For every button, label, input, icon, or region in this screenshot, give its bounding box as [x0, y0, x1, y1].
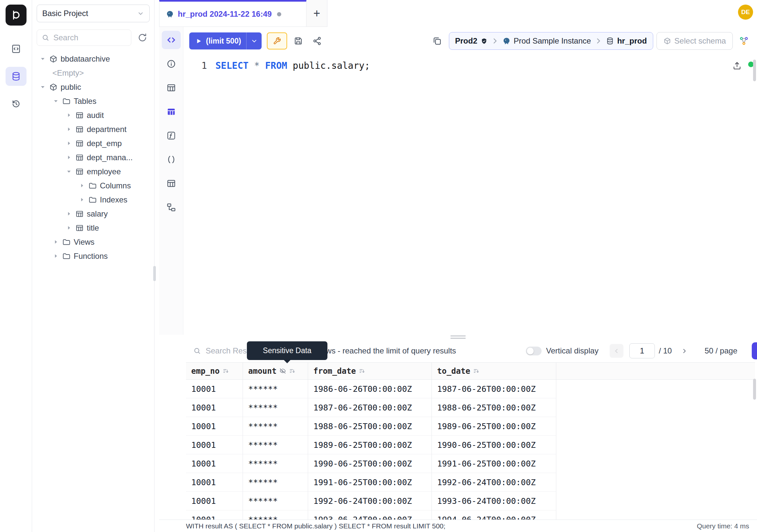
- table-cell[interactable]: 1990-06-25T00:00:00Z: [308, 454, 432, 473]
- table-cell[interactable]: 10001: [186, 492, 243, 510]
- table-row[interactable]: 10001******1988-06-25T00:00:00Z1989-06-2…: [186, 417, 755, 436]
- sort-icon[interactable]: [358, 367, 365, 374]
- table-cell[interactable]: 1990-06-25T00:00:00Z: [432, 436, 556, 454]
- format-sql-button[interactable]: [429, 33, 445, 49]
- table-cell[interactable]: 10001: [186, 398, 243, 417]
- table-cell[interactable]: 1988-06-25T00:00:00Z: [308, 417, 432, 436]
- panel-resizer[interactable]: [159, 335, 757, 339]
- tree-item-views[interactable]: Views: [37, 235, 150, 249]
- tree-item-columns[interactable]: Columns: [37, 178, 150, 193]
- tree-item-dept-emp[interactable]: dept_emp: [37, 136, 150, 150]
- avatar[interactable]: DE: [738, 5, 753, 20]
- table-cell[interactable]: 1989-06-25T00:00:00Z: [308, 436, 432, 454]
- next-page-button[interactable]: [678, 344, 691, 358]
- table-row[interactable]: 10001******1987-06-26T00:00:00Z1988-06-2…: [186, 398, 755, 417]
- table-row[interactable]: 10001******1992-06-24T00:00:00Z1993-06-2…: [186, 492, 755, 510]
- table-cell[interactable]: 1987-06-26T00:00:00Z: [432, 380, 556, 398]
- results-scrollbar[interactable]: [753, 379, 756, 400]
- export-button-partial[interactable]: [752, 342, 757, 360]
- refresh-button[interactable]: [135, 30, 150, 45]
- tree-item-indexes[interactable]: Indexes: [37, 193, 150, 207]
- table-cell[interactable]: 1992-06-24T00:00:00Z: [308, 492, 432, 510]
- tree-item-functions[interactable]: Functions: [37, 249, 150, 263]
- sql-editor[interactable]: 1 SELECT * FROM public.salary;: [183, 55, 757, 335]
- run-query-button[interactable]: (limit 500): [189, 32, 261, 49]
- column-header-from-date[interactable]: from_date: [308, 363, 432, 379]
- rail-history-button[interactable]: [6, 94, 26, 113]
- column-header-to-date[interactable]: to_date: [432, 363, 556, 379]
- column-header-amount[interactable]: amount: [243, 363, 308, 379]
- add-tab-button[interactable]: +: [307, 0, 327, 27]
- table-cell[interactable]: 10001: [186, 436, 243, 454]
- save-button[interactable]: [290, 33, 306, 49]
- column-header-emp-no[interactable]: emp_no: [186, 363, 243, 379]
- editor-scrollbar[interactable]: [753, 60, 756, 81]
- database-label[interactable]: hr_prod: [617, 36, 647, 46]
- tab-hr-prod[interactable]: hr_prod 2024-11-22 16:49: [159, 0, 307, 27]
- sidebar-search-box[interactable]: [37, 29, 131, 46]
- table-cell[interactable]: 10001: [186, 473, 243, 492]
- tree-item-bbdataarchive[interactable]: bbdataarchive: [37, 52, 150, 66]
- table-cell[interactable]: 1988-06-25T00:00:00Z: [432, 398, 556, 417]
- table-cell[interactable]: ******: [243, 473, 308, 492]
- tree-item-title[interactable]: title: [37, 221, 150, 235]
- worksheet-panel-button[interactable]: [162, 31, 181, 49]
- select-schema-button[interactable]: Select schema: [656, 32, 733, 50]
- table-cell[interactable]: ******: [243, 417, 308, 436]
- table-cell[interactable]: 1987-06-26T00:00:00Z: [308, 398, 432, 417]
- tree-item-empty[interactable]: <Empty>: [37, 66, 150, 80]
- tree-item-employee[interactable]: employee: [37, 165, 150, 178]
- sidebar-resize-handle[interactable]: [153, 266, 156, 281]
- sort-icon[interactable]: [222, 367, 229, 374]
- table-cell[interactable]: 1986-06-26T00:00:00Z: [308, 380, 432, 398]
- table-cell[interactable]: 1993-06-24T00:00:00Z: [432, 492, 556, 510]
- table-cell[interactable]: ******: [243, 492, 308, 510]
- table-cell[interactable]: 1991-06-25T00:00:00Z: [308, 473, 432, 492]
- table-row[interactable]: 10001******1986-06-26T00:00:00Z1987-06-2…: [186, 380, 755, 398]
- sensitive-tables-panel-button[interactable]: [162, 103, 181, 121]
- table-cell[interactable]: 10001: [186, 417, 243, 436]
- environment-label[interactable]: Prod2: [455, 36, 477, 46]
- table-cell[interactable]: 1989-06-25T00:00:00Z: [432, 417, 556, 436]
- table-cell[interactable]: ******: [243, 436, 308, 454]
- table-cell[interactable]: 1993-06-24T00:00:00Z: [308, 510, 432, 519]
- tree-item-public[interactable]: public: [37, 80, 150, 94]
- table-list-panel-button[interactable]: [162, 174, 181, 193]
- table-cell[interactable]: ******: [243, 380, 308, 398]
- run-options-caret[interactable]: [247, 32, 261, 49]
- tree-item-salary[interactable]: salary: [37, 207, 150, 221]
- table-row[interactable]: 10001******1989-06-25T00:00:00Z1990-06-2…: [186, 436, 755, 454]
- eye-off-icon[interactable]: [279, 367, 286, 374]
- table-cell[interactable]: 10001: [186, 510, 243, 519]
- info-panel-button[interactable]: [162, 55, 181, 73]
- tree-item-department[interactable]: department: [37, 122, 150, 136]
- page-size-select[interactable]: 50 / page: [705, 346, 737, 356]
- table-cell[interactable]: 10001: [186, 454, 243, 473]
- table-cell[interactable]: 1994-06-24T00:00:00Z: [432, 510, 556, 519]
- tables-panel-button[interactable]: [162, 78, 181, 97]
- parameters-panel-button[interactable]: [162, 150, 181, 169]
- sidebar-search-input[interactable]: [53, 33, 126, 42]
- vertical-display-toggle[interactable]: [526, 347, 542, 356]
- table-row[interactable]: 10001******1991-06-25T00:00:00Z1992-06-2…: [186, 473, 755, 492]
- upload-sheet-button[interactable]: [732, 60, 742, 72]
- table-row[interactable]: 10001******1990-06-25T00:00:00Z1991-06-2…: [186, 454, 755, 473]
- connection-breadcrumb[interactable]: Prod2 Prod Sample Instance hr_prod: [449, 32, 653, 50]
- table-cell[interactable]: 1992-06-24T00:00:00Z: [432, 473, 556, 492]
- sort-icon[interactable]: [289, 367, 296, 374]
- previous-page-button[interactable]: [610, 344, 623, 358]
- schema-diagram-button[interactable]: [736, 33, 752, 49]
- table-cell[interactable]: ******: [243, 454, 308, 473]
- sort-icon[interactable]: [473, 367, 480, 374]
- table-cell[interactable]: ******: [243, 510, 308, 519]
- instance-label[interactable]: Prod Sample Instance: [514, 36, 591, 46]
- tree-item-tables[interactable]: Tables: [37, 94, 150, 108]
- share-button[interactable]: [309, 33, 325, 49]
- tree-item-audit[interactable]: audit: [37, 108, 150, 122]
- functions-panel-button[interactable]: [162, 126, 181, 145]
- table-cell[interactable]: ******: [243, 398, 308, 417]
- table-row[interactable]: 10001******1993-06-24T00:00:00Z1994-06-2…: [186, 510, 755, 519]
- project-select[interactable]: Basic Project: [37, 5, 150, 22]
- schema-diagram-panel-button[interactable]: [162, 198, 181, 217]
- table-cell[interactable]: 10001: [186, 380, 243, 398]
